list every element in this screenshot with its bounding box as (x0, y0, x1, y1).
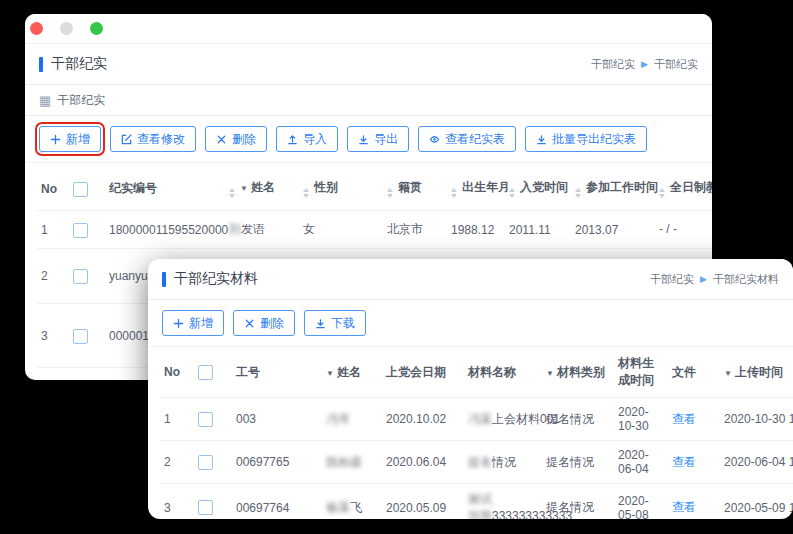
column-label: 姓名 (251, 180, 275, 194)
table-cell: 2020.05.09 (382, 484, 464, 519)
table-cell: 003 (232, 398, 322, 441)
table-cell: 2020-05-08 (614, 484, 668, 519)
column-header-出生年月[interactable]: 出生年月 (447, 167, 505, 211)
toolbar-button-导出[interactable]: 导出 (347, 126, 409, 152)
table-cell: 提名情况 (542, 441, 614, 484)
select-all-checkbox[interactable] (73, 182, 88, 197)
breadcrumb-item[interactable]: 干部纪实 (591, 57, 635, 72)
table-cell: 4 (37, 368, 69, 380)
row-checkbox[interactable] (198, 455, 213, 470)
table-cell: 女 (299, 211, 383, 249)
column-label: 参加工作时间 (586, 180, 658, 194)
filter-icon[interactable]: ▼ (724, 369, 732, 378)
sort-icon[interactable] (659, 188, 665, 198)
toolbar-button-批量导出纪实表[interactable]: 批量导出纪实表 (525, 126, 647, 152)
toolbar-button-删除[interactable]: 删除 (233, 310, 295, 336)
row-checkbox[interactable] (198, 412, 213, 427)
table-cell: 2020-10-30 (614, 398, 668, 441)
redacted-text: 冯哥 (326, 412, 350, 426)
table-cell: 提名情况 (542, 484, 614, 519)
filter-icon[interactable]: ▼ (546, 369, 554, 378)
button-label: 导入 (303, 132, 327, 146)
column-label: 性别 (314, 180, 338, 194)
column-label: 上传时间 (735, 365, 783, 379)
sort-icon[interactable] (451, 188, 457, 198)
button-label: 导出 (374, 132, 398, 146)
page-title-row: 干部纪实材料 干部纪实 ▶ 干部纪实材料 (148, 259, 793, 300)
table-row: 1003冯哥2020.10.02冯某上会材料001提名情况2020-10-30查… (160, 398, 793, 441)
toolbar-button-导入[interactable]: 导入 (276, 126, 338, 152)
table-cell: 2020-06-04 (614, 441, 668, 484)
toolbar-button-新增[interactable]: 新增 (39, 126, 101, 152)
table-cell: 2013.07 (571, 211, 655, 249)
breadcrumb-item[interactable]: 干部纪实材料 (713, 272, 779, 287)
table-header-row: No纪实编号▼姓名性别籍贯出生年月入党时间参加工作时间全日制教育在职教育 (37, 167, 712, 211)
view-file-link[interactable]: 查看 (672, 412, 696, 426)
table-row: 300697764杨某飞2020.05.09测试范围333333333333提名… (160, 484, 793, 519)
button-label: 删除 (232, 132, 256, 146)
table-cell: 测试范围333333333333 (464, 484, 542, 519)
view-file-link[interactable]: 查看 (672, 500, 696, 514)
back-toolbar: 新增查看修改删除导入导出查看纪实表批量导出纪实表 (25, 116, 712, 163)
page-title: 干部纪实材料 (174, 270, 258, 288)
row-checkbox[interactable] (198, 500, 213, 515)
sort-icon[interactable] (387, 188, 393, 198)
table-cell: 2020-10-30 17:18:12 (720, 398, 793, 441)
column-header-材料类别[interactable]: ▼材料类别 (542, 347, 614, 398)
button-label: 新增 (189, 316, 213, 330)
column-label: No (164, 365, 180, 379)
column-header-姓名[interactable]: ▼姓名 (322, 347, 382, 398)
toolbar-button-新增[interactable]: 新增 (162, 310, 224, 336)
toolbar-button-查看纪实表[interactable]: 查看纪实表 (418, 126, 516, 152)
window-titlebar (25, 14, 712, 44)
toolbar-button-下载[interactable]: 下载 (304, 310, 366, 336)
sort-icon[interactable] (229, 188, 235, 198)
table-cell: 1 (160, 398, 194, 441)
column-header-姓名[interactable]: ▼姓名 (225, 167, 299, 211)
toolbar-button-删除[interactable]: 删除 (205, 126, 267, 152)
table-cell (194, 398, 232, 441)
column-header-籍贯[interactable]: 籍贯 (383, 167, 447, 211)
sort-icon[interactable] (303, 188, 309, 198)
row-checkbox[interactable] (73, 269, 88, 284)
table-cell (194, 484, 232, 519)
table-cell (69, 249, 105, 304)
table-grid-icon: ▦ (39, 94, 51, 107)
maximize-window-button[interactable] (90, 22, 103, 35)
sort-icon[interactable] (509, 188, 515, 198)
button-label: 查看修改 (137, 132, 185, 146)
close-window-button[interactable] (30, 22, 43, 35)
view-file-link[interactable]: 查看 (672, 455, 696, 469)
row-checkbox[interactable] (73, 329, 88, 344)
cell-text: 飞 (350, 500, 362, 514)
redacted-text: 提名 (468, 455, 492, 469)
column-header-入党时间[interactable]: 入党时间 (505, 167, 571, 211)
section-header: ▦ 干部纪实 (25, 85, 712, 116)
column-header-全日制教育[interactable]: 全日制教育 (655, 167, 712, 211)
column-header-上传时间[interactable]: ▼上传时间 (720, 347, 793, 398)
toolbar-button-查看修改[interactable]: 查看修改 (110, 126, 196, 152)
redacted-text: 陈柏森 (326, 455, 362, 469)
column-header-性别[interactable]: 性别 (299, 167, 383, 211)
plus-icon (50, 134, 61, 145)
table-cell: 3 (160, 484, 194, 519)
column-header-纪实编号: 纪实编号 (105, 167, 225, 211)
filter-icon[interactable]: ▼ (240, 184, 248, 193)
breadcrumb-item[interactable]: 干部纪实 (650, 272, 694, 287)
column-label: 工号 (236, 365, 260, 379)
column-header-工号: 工号 (232, 347, 322, 398)
filter-icon[interactable]: ▼ (326, 369, 334, 378)
select-all-checkbox[interactable] (198, 365, 213, 380)
breadcrumb-item[interactable]: 干部纪实 (654, 57, 698, 72)
table-cell: 3 (37, 304, 69, 368)
eye-icon (429, 134, 440, 145)
column-label: 纪实编号 (109, 181, 157, 195)
column-header-参加工作时间[interactable]: 参加工作时间 (571, 167, 655, 211)
upload-icon (287, 134, 298, 145)
table-cell (69, 211, 105, 249)
minimize-window-button[interactable] (60, 22, 73, 35)
table-row: 1180000011595520000刘发语女北京市1988.122011.11… (37, 211, 712, 249)
row-checkbox[interactable] (73, 223, 88, 238)
sort-icon[interactable] (575, 188, 581, 198)
column-header-文件: 文件 (668, 347, 720, 398)
